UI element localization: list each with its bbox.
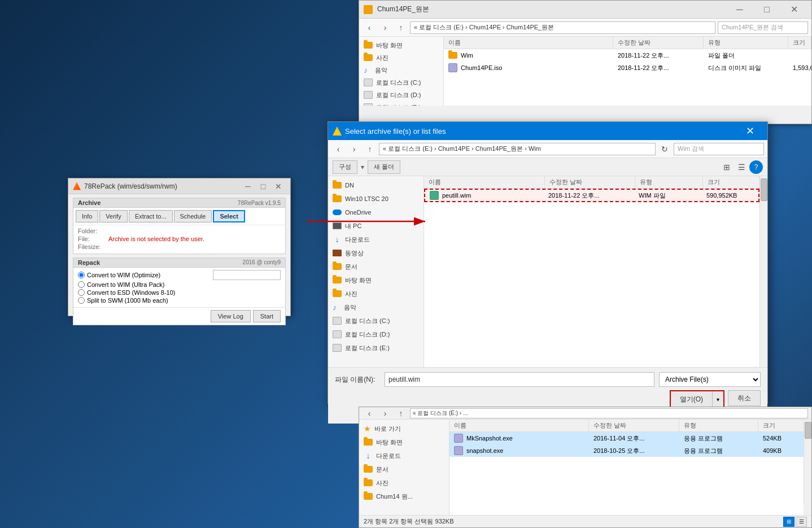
table-row[interactable]: Chum14PE.iso 2018-11-22 오후... 디스크 이미지 파일… [444, 62, 811, 74]
scrollbar[interactable] [759, 176, 767, 367]
view-log-button[interactable]: View Log [211, 310, 251, 322]
sidebar-item-music[interactable]: ♪ 음악 [328, 300, 424, 314]
col-date[interactable]: 수정한 날짜 [589, 420, 679, 431]
forward-button[interactable]: › [378, 21, 392, 34]
sidebar-item-shortcuts[interactable]: ★ 바로 가기 [359, 422, 449, 435]
select-button[interactable]: Select [213, 210, 245, 222]
sidebar-item-photos[interactable]: 사진 [359, 51, 443, 64]
verify-button[interactable]: Verify [99, 210, 128, 222]
table-row[interactable]: snapshot.exe 2018-10-25 오후... 응용 프로그램 40… [449, 444, 804, 457]
scrollbar-v[interactable] [804, 420, 811, 505]
download-icon: ↓ [333, 235, 342, 243]
up-button[interactable]: ↑ [394, 21, 408, 34]
dialog-address-path[interactable]: « 로컬 디스크 (E:) › Chum14PE › Chum14PE_원본 ›… [379, 143, 656, 155]
close-button[interactable]: ✕ [271, 180, 286, 193]
sidebar-item-photos[interactable]: 사진 [328, 287, 424, 300]
restore-button[interactable]: □ [256, 180, 270, 193]
download-icon: ↓ [364, 452, 373, 460]
sidebar-item-win10[interactable]: Win10 LTSC 20 [328, 192, 424, 206]
col-date[interactable]: 수정한 날짜 [613, 37, 704, 49]
sidebar-item-e[interactable]: 로컬 디스크 (E:) [359, 101, 443, 106]
sidebar-item-downloads[interactable]: ↓ 다운로드 [328, 233, 424, 246]
sidebar-item-e[interactable]: 로컬 디스크 (E:) [328, 341, 424, 355]
details-view-button[interactable]: ☰ [796, 517, 807, 527]
minimize-button[interactable]: ─ [241, 180, 255, 193]
sidebar-item-mypc[interactable]: 내 PC [328, 219, 424, 233]
sidebar-item-c[interactable]: 로컬 디스크 (C:) [359, 76, 443, 89]
forward-button[interactable]: › [347, 142, 361, 156]
sidebar-item-videos[interactable]: 동영상 [328, 246, 424, 260]
radio-wim-ultra[interactable] [78, 281, 85, 288]
dialog-search-box[interactable]: Wim 검색 [674, 143, 764, 155]
col-date[interactable]: 수정한 날짜 [545, 176, 635, 188]
sidebar-item-dn[interactable]: DN [328, 178, 424, 192]
win-controls: ─ □ ✕ [727, 2, 807, 18]
col-type[interactable]: 유형 [679, 420, 758, 431]
col-type[interactable]: 유형 [635, 176, 703, 188]
cancel-button[interactable]: 취소 [728, 390, 761, 406]
up-button[interactable]: ↑ [394, 407, 408, 420]
col-size[interactable]: 크기 [758, 420, 804, 431]
open-button-group: 열기(O) ▾ [670, 390, 724, 408]
sidebar-item-d[interactable]: 로컬 디스크 (D:) [359, 89, 443, 101]
sidebar-item-c[interactable]: 로컬 디스크 (C:) [328, 314, 424, 328]
sidebar-item-docs[interactable]: 문서 [359, 462, 449, 476]
filetype-select[interactable]: Archive File(s) [659, 372, 761, 387]
bottom-address-path[interactable]: « 로컬 디스크 (E:) › ... [410, 408, 808, 418]
col-name[interactable]: 이름 [449, 420, 589, 431]
start-button[interactable]: Start [253, 310, 281, 322]
radio-wim-optimize[interactable] [78, 272, 85, 278]
sidebar-item-desktop[interactable]: 바탕 화면 [359, 39, 443, 51]
radio-swm[interactable] [78, 297, 85, 304]
dialog-close-button[interactable]: ✕ [737, 122, 763, 140]
back-button[interactable]: ‹ [363, 407, 376, 420]
table-row[interactable]: MkSnapshot.exe 2016-11-04 오후... 응용 프로그램 … [449, 432, 804, 444]
table-row[interactable]: Wim 2018-11-22 오후... 파일 폴더 [444, 49, 811, 62]
col-size[interactable]: 크기 [788, 37, 811, 49]
sidebar-item-chum14[interactable]: Chum14 원... [359, 490, 449, 503]
refresh-button[interactable]: ↻ [658, 142, 671, 156]
list-view-button[interactable]: ⊞ [720, 160, 734, 174]
folder-icon [364, 54, 373, 61]
sidebar-item-d[interactable]: 로컬 디스크 (D:) [328, 328, 424, 341]
extract-to-button[interactable]: Extract to... [129, 210, 173, 222]
sidebar-item-docs[interactable]: 문서 [328, 260, 424, 273]
col-name[interactable]: 이름 [424, 176, 545, 188]
sidebar-item-desktop[interactable]: 바탕 화면 [328, 273, 424, 287]
search-box[interactable]: Chum14PE_원본 검색 [718, 21, 808, 34]
close-button[interactable]: ✕ [781, 2, 807, 18]
col-name[interactable]: 이름 [444, 37, 613, 49]
list-view-button[interactable]: ⊞ [783, 517, 794, 527]
help-button[interactable]: ? [749, 160, 763, 174]
open-dropdown-button[interactable]: ▾ [712, 391, 723, 407]
sidebar-item-music[interactable]: ♪ 음악 [359, 64, 443, 76]
details-view-button[interactable]: ☰ [735, 160, 748, 174]
up-button[interactable]: ↑ [363, 142, 377, 156]
radio-esd[interactable] [78, 289, 85, 296]
open-button[interactable]: 열기(O) [671, 391, 712, 407]
sidebar-item-desktop[interactable]: 바탕 화면 [359, 435, 449, 449]
minimize-button[interactable]: ─ [727, 2, 753, 18]
address-path[interactable]: « 로컬 디스크 (E:) › Chum14PE › Chum14PE_원본 [410, 21, 715, 34]
info-button[interactable]: Info [76, 210, 98, 222]
cloud-icon [333, 210, 342, 215]
organize-button[interactable]: 구성 [333, 160, 357, 174]
music-icon: ♪ [333, 303, 340, 311]
back-button[interactable]: ‹ [363, 21, 376, 34]
dialog-content: DN Win10 LTSC 20 OneDrive 내 PC ↓ 다운로드 [328, 176, 767, 367]
forward-button[interactable]: › [378, 407, 392, 420]
filename-input[interactable]: peutill.wim [385, 372, 654, 387]
back-button[interactable]: ‹ [331, 142, 345, 156]
file-content: 바탕 화면 사진 ♪ 음악 로컬 디스크 (C:) 로컬 디스크 (D:) [359, 37, 811, 106]
sidebar-item-downloads[interactable]: ↓ 다운로드 [359, 449, 449, 462]
schedule-button[interactable]: Schedule [174, 210, 212, 222]
col-size[interactable]: 크기 [703, 176, 759, 188]
col-type[interactable]: 유형 [704, 37, 788, 49]
sidebar-item-onedrive[interactable]: OneDrive [328, 206, 424, 219]
wim-file-row[interactable]: peutill.wim 2018-11-22 오후... WIM 파일 590,… [424, 189, 759, 202]
music-icon: ♪ [364, 66, 372, 74]
sidebar-item-photos[interactable]: 사진 [359, 476, 449, 490]
new-folder-button[interactable]: 새 폴더 [368, 160, 400, 174]
bottom-file-area: 이름 수정한 날짜 유형 크기 MkSnapshot.exe 2016-11-0… [449, 420, 804, 517]
maximize-button[interactable]: □ [754, 2, 780, 18]
